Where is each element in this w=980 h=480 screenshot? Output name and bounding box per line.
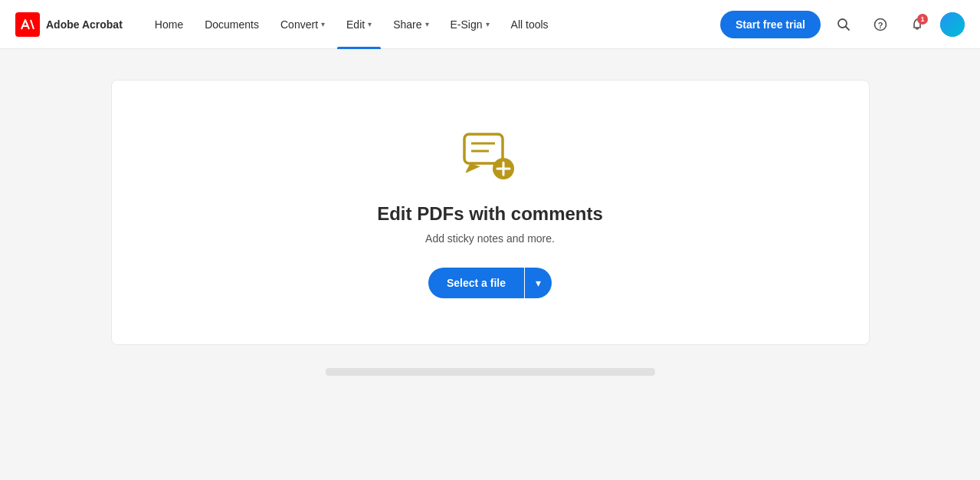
search-button[interactable] xyxy=(830,11,857,38)
svg-text:?: ? xyxy=(878,20,883,29)
illustration xyxy=(460,127,521,188)
nav-share[interactable]: Share ▾ xyxy=(384,0,438,49)
bottom-strip xyxy=(326,368,655,376)
notification-badge: 1 xyxy=(917,14,928,25)
nav-home-label: Home xyxy=(155,18,183,31)
search-icon xyxy=(837,18,851,31)
select-file-group: Select a file ▾ xyxy=(428,268,552,298)
nav-edit-chevron-icon: ▾ xyxy=(368,20,372,28)
brand-name: Adobe Acrobat xyxy=(46,18,123,31)
edit-card: Edit PDFs with comments Add sticky notes… xyxy=(111,80,870,345)
svg-line-2 xyxy=(846,26,850,30)
main-content: Edit PDFs with comments Add sticky notes… xyxy=(0,49,980,406)
user-avatar[interactable] xyxy=(940,12,965,37)
nav-convert-chevron-icon: ▾ xyxy=(321,20,325,28)
nav-alltools[interactable]: All tools xyxy=(502,0,558,49)
nav-links: Home Documents Convert ▾ Edit ▾ Share ▾ … xyxy=(146,0,720,49)
edit-comments-icon xyxy=(460,127,521,188)
svg-rect-5 xyxy=(464,134,503,163)
select-file-dropdown-button[interactable]: ▾ xyxy=(525,268,552,298)
dropdown-chevron-icon: ▾ xyxy=(536,277,541,289)
nav-edit-label: Edit xyxy=(346,18,365,31)
select-file-button[interactable]: Select a file xyxy=(428,268,524,298)
brand-logo[interactable]: Adobe Acrobat xyxy=(15,12,123,37)
nav-alltools-label: All tools xyxy=(511,18,549,31)
nav-esign-chevron-icon: ▾ xyxy=(486,20,490,28)
card-title: Edit PDFs with comments xyxy=(377,203,603,225)
help-icon: ? xyxy=(873,18,887,31)
nav-convert-label: Convert xyxy=(280,18,318,31)
nav-share-chevron-icon: ▾ xyxy=(425,20,429,28)
notification-button[interactable]: 1 xyxy=(903,11,931,38)
nav-documents[interactable]: Documents xyxy=(195,0,268,49)
nav-documents-label: Documents xyxy=(205,18,259,31)
start-trial-button[interactable]: Start free trial xyxy=(720,11,821,38)
nav-esign-label: E-Sign xyxy=(451,18,483,31)
nav-right: Start free trial ? 1 xyxy=(720,11,965,38)
acrobat-logo-icon xyxy=(15,12,40,37)
nav-edit[interactable]: Edit ▾ xyxy=(337,0,381,49)
card-subtitle: Add sticky notes and more. xyxy=(425,232,555,245)
nav-home[interactable]: Home xyxy=(146,0,192,49)
help-button[interactable]: ? xyxy=(867,11,894,38)
avatar-image xyxy=(940,12,965,37)
nav-esign[interactable]: E-Sign ▾ xyxy=(441,0,499,49)
navbar: Adobe Acrobat Home Documents Convert ▾ E… xyxy=(0,0,980,49)
nav-convert[interactable]: Convert ▾ xyxy=(271,0,334,49)
nav-share-label: Share xyxy=(393,18,421,31)
